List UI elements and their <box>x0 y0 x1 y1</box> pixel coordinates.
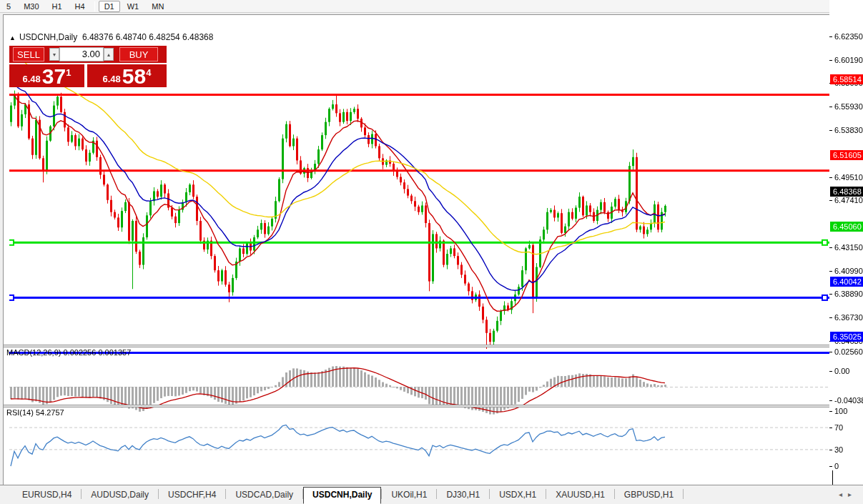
chart-canvas[interactable] <box>9 31 832 485</box>
timeframe-button-5[interactable]: 5 <box>1 1 16 12</box>
chart-tab-eurusd[interactable]: EURUSD,H4 <box>13 487 81 504</box>
volume-decrease-button[interactable]: ▾ <box>49 48 59 61</box>
chart-tab-usdchf[interactable]: USDCHF,H4 <box>159 487 225 504</box>
chart-tab-usdx[interactable]: USDX,H1 <box>490 487 546 504</box>
macd-indicator-label: MACD(12,26,9) 0.002256 0.001357 <box>6 348 131 357</box>
tab-scroll-right-icon[interactable]: ▸ <box>848 490 857 498</box>
price-marker: 6.48368 <box>830 187 863 197</box>
buy-price-point: 4 <box>146 67 151 78</box>
one-click-trading-panel: SELL ▾ 3.00 ▴ BUY 6.48 37 1 6.48 58 4 <box>9 46 167 87</box>
chart-tab-audusd[interactable]: AUDUSD,Daily <box>82 487 158 504</box>
chart-tab-dj30[interactable]: DJ30,H1 <box>437 487 489 504</box>
chart-tab-ukoil[interactable]: UKOil,H1 <box>382 487 436 504</box>
chart-tab-usdcad[interactable]: USDCAD,Daily <box>226 487 302 504</box>
buy-price-display[interactable]: 6.48 58 4 <box>87 64 167 87</box>
macd-axis-tick: 0.00 <box>829 367 849 376</box>
sell-price-pips: 37 <box>42 66 66 87</box>
price-tick: 6.43150 <box>829 243 863 252</box>
sell-price-point: 1 <box>66 67 71 78</box>
chart-tab-bar: EURUSD,H4AUDUSD,DailyUSDCHF,H4USDCAD,Dai… <box>0 485 863 504</box>
tab-scroll-left-icon[interactable]: ◂ <box>839 490 848 498</box>
buy-price-pips: 58 <box>122 66 146 87</box>
volume-input[interactable]: 3.00 <box>59 47 104 61</box>
timeframe-button-m30[interactable]: M30 <box>18 1 44 12</box>
price-tick: 6.55930 <box>829 102 863 112</box>
chart-title: ▲USDCNH,Daily 6.48376 6.48740 6.48254 6.… <box>9 32 213 42</box>
macd-axis-tick: -0.04038 <box>829 396 863 405</box>
price-marker: 6.40042 <box>830 277 863 287</box>
rsi-pane-separator[interactable] <box>4 405 863 407</box>
price-tick: 6.38890 <box>829 290 863 299</box>
buy-button[interactable]: BUY <box>119 47 158 61</box>
timeframe-button-d1[interactable]: D1 <box>99 1 120 12</box>
price-marker: 6.51605 <box>830 150 863 160</box>
rsi-axis-tick: 0 <box>829 462 839 471</box>
buy-price-prefix: 6.48 <box>103 74 121 84</box>
volume-increase-button[interactable]: ▴ <box>104 48 114 61</box>
price-axis[interactable]: 6.623506.601906.580906.559306.538306.495… <box>829 0 863 470</box>
price-tick: 6.36730 <box>829 313 863 322</box>
price-tick: 6.62350 <box>829 32 863 41</box>
price-marker: 6.45060 <box>830 222 863 232</box>
chart-window: ▲USDCNH,Daily 6.48376 6.48740 6.48254 6.… <box>3 14 863 485</box>
one-click-top-row: SELL ▾ 3.00 ▴ BUY <box>9 46 167 63</box>
tab-separator <box>683 489 684 499</box>
price-tick: 6.60190 <box>829 56 863 65</box>
price-marker: 6.58514 <box>830 74 863 84</box>
toolbar-separator <box>94 1 95 11</box>
timeframe-button-h1[interactable]: H1 <box>46 1 68 12</box>
price-tick: 6.49510 <box>829 173 863 182</box>
price-tick: 6.53830 <box>829 126 863 135</box>
sell-price-display[interactable]: 6.48 37 1 <box>9 64 84 87</box>
mt4-terminal: 5M30H1H4D1W1MN ▲USDCNH,Daily 6.48376 6.4… <box>0 0 863 504</box>
tab-scroll-arrows: ◂▸ <box>839 490 857 498</box>
rsi-axis-tick: 70 <box>829 423 843 433</box>
timeframe-button-h4[interactable]: H4 <box>69 1 91 12</box>
price-tick: 6.40990 <box>829 267 863 276</box>
chart-tab-usdcnh[interactable]: USDCNH,Daily <box>303 487 381 504</box>
chart-tab-xauusd[interactable]: XAUUSD,H1 <box>546 487 614 504</box>
chart-tab-gbpusd[interactable]: GBPUSD,H1 <box>615 487 683 504</box>
rsi-axis-tick: 30 <box>829 445 843 455</box>
chart-ohlc-values: 6.48376 6.48740 6.48254 6.48368 <box>82 32 214 42</box>
rsi-axis-tick: 100 <box>829 407 847 416</box>
timeframe-button-mn[interactable]: MN <box>146 1 169 12</box>
macd-axis-tick: 0.025609 <box>829 347 863 357</box>
price-marker: 6.35025 <box>830 332 863 342</box>
one-click-collapse-icon[interactable]: ▲ <box>9 34 16 41</box>
rsi-indicator-label: RSI(14) 54.2757 <box>6 408 64 417</box>
sell-button[interactable]: SELL <box>13 47 44 61</box>
chart-symbol-label: USDCNH,Daily <box>19 32 77 42</box>
timeframe-button-w1[interactable]: W1 <box>122 1 145 12</box>
macd-pane-separator[interactable] <box>4 345 863 347</box>
sell-price-prefix: 6.48 <box>23 74 41 84</box>
timeframe-toolbar: 5M30H1H4D1W1MN <box>0 0 863 13</box>
price-tick: 6.47410 <box>829 196 863 205</box>
